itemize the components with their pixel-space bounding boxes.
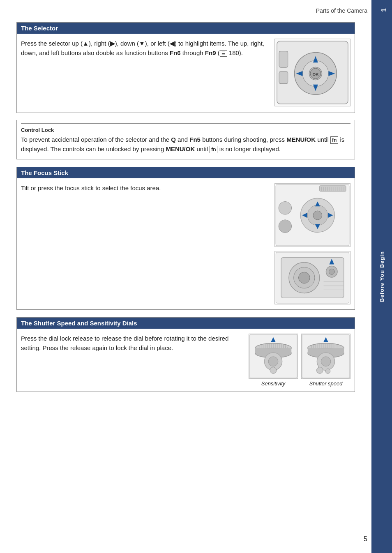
svg-point-68 (268, 356, 278, 366)
shutter-dial-wrap: Shutter speed (301, 334, 350, 387)
svg-point-39 (299, 272, 310, 283)
svg-point-91 (316, 367, 323, 373)
control-lock-section: Control Lock To prevent accidental opera… (16, 120, 355, 159)
svg-point-90 (321, 356, 331, 366)
svg-point-92 (325, 369, 330, 373)
svg-point-28 (313, 211, 322, 220)
sidebar-label: Before You Begin (379, 251, 385, 302)
svg-rect-11 (279, 71, 288, 84)
sensitivity-dial-svg (249, 334, 298, 379)
svg-point-69 (270, 367, 277, 373)
shutter-caption-text: Shutter speed (309, 380, 343, 387)
shutter-caption: Shutter speed (309, 380, 343, 387)
dial-images-container: Sensitivity (249, 334, 350, 387)
selector-section: The Selector Press the selector up (▲), … (16, 22, 355, 113)
selector-text: Press the selector up (▲), right (▶), do… (21, 39, 266, 58)
page-header: Parts of the Camera (0, 0, 392, 18)
focus-stick-text: Tilt or press the focus stick to select … (21, 183, 266, 193)
focus-stick-header: The Focus Stick (17, 167, 355, 178)
shutter-title: The Shutter Speed and Sensitivity Dials (21, 320, 137, 327)
svg-rect-88 (308, 348, 344, 353)
shutter-body-text: Press the dial lock release to release t… (21, 335, 228, 351)
svg-point-41 (329, 269, 334, 274)
focus-stick-section: The Focus Stick Tilt or press the focus … (16, 167, 355, 310)
sensitivity-caption: Sensitivity (261, 380, 286, 387)
shutter-section-header: The Shutter Speed and Sensitivity Dials (17, 318, 355, 329)
shutter-section: The Shutter Speed and Sensitivity Dials … (16, 317, 355, 392)
shutter-diagrams: Sensitivity (249, 334, 350, 387)
selector-section-header: The Selector (17, 23, 355, 34)
svg-rect-66 (255, 348, 291, 353)
svg-point-34 (279, 219, 292, 233)
selector-section-body: Press the selector up (▲), right (▶), do… (17, 34, 355, 113)
focus-stick-body-text: Tilt or press the focus stick to select … (21, 184, 161, 191)
svg-text:OK: OK (313, 72, 319, 76)
focus-stick-top-svg (274, 183, 350, 247)
sidebar: 1 Before You Begin (371, 0, 392, 553)
lock-divider (21, 123, 350, 124)
selector-diagram: OK (274, 39, 350, 108)
focus-stick-body: Tilt or press the focus stick to select … (17, 178, 355, 309)
page-header-text: Parts of the Camera (316, 7, 367, 14)
svg-point-33 (279, 201, 292, 214)
control-lock-title: Control Lock (21, 127, 56, 133)
focus-stick-side-svg (274, 251, 350, 304)
sidebar-chapter-number: 1 (380, 8, 388, 12)
page-number: 5 (364, 535, 367, 543)
sensitivity-dial-wrap: Sensitivity (249, 334, 298, 387)
selector-svg: OK (274, 39, 350, 106)
focus-stick-diagrams (274, 183, 350, 304)
shutter-section-body: Press the dial lock release to release t… (17, 329, 355, 392)
shutter-text: Press the dial lock release to release t… (21, 334, 240, 353)
selector-title: The Selector (21, 25, 58, 32)
main-content: The Selector Press the selector up (▲), … (0, 18, 371, 416)
svg-rect-10 (279, 51, 288, 68)
focus-stick-title: The Focus Stick (21, 169, 68, 176)
control-lock-text: To prevent accidental operation of the s… (21, 135, 350, 154)
shutter-dial-svg (301, 334, 350, 379)
